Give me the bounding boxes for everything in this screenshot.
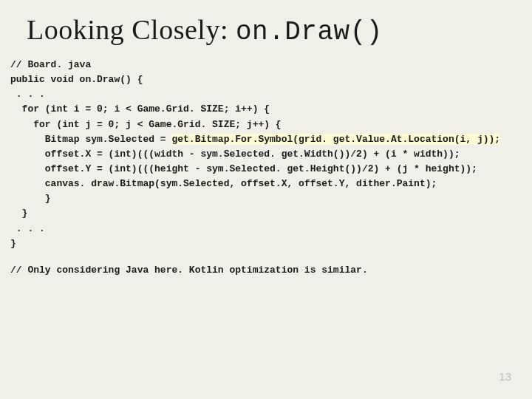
code-line: } — [10, 193, 51, 204]
code-line: . . . — [10, 89, 45, 100]
code-line: Bitmap sym.Selected = — [10, 134, 171, 145]
code-line: } — [10, 238, 16, 249]
code-line: . . . — [10, 223, 45, 234]
title-mono: on.Draw() — [236, 17, 383, 47]
code-line: } — [10, 208, 27, 219]
code-line: public void on.Draw() { — [10, 74, 143, 85]
code-line: // Board. java — [10, 59, 91, 70]
title-text: Looking Closely: — [27, 14, 236, 45]
slide-title: Looking Closely: on.Draw() — [27, 13, 522, 47]
code-line: for (int i = 0; i < Game.Grid. SIZE; i++… — [10, 103, 270, 115]
code-line: canvas. draw.Bitmap(sym.Selected, offset… — [10, 178, 437, 189]
code-block: // Board. java public void on.Draw() { .… — [10, 58, 522, 251]
footnote: // Only considering Java here. Kotlin op… — [10, 265, 522, 276]
code-line: offset.Y = (int)(((height - sym.Selected… — [10, 163, 477, 174]
code-line: offset.X = (int)(((width - sym.Selected.… — [10, 149, 460, 160]
slide: Looking Closely: on.Draw() // Board. jav… — [0, 0, 532, 399]
page-number: 13 — [499, 370, 511, 383]
code-line: for (int j = 0; j < Game.Grid. SIZE; j++… — [10, 119, 282, 130]
code-highlight: get.Bitmap.For.Symbol(grid. get.Value.At… — [171, 134, 500, 145]
